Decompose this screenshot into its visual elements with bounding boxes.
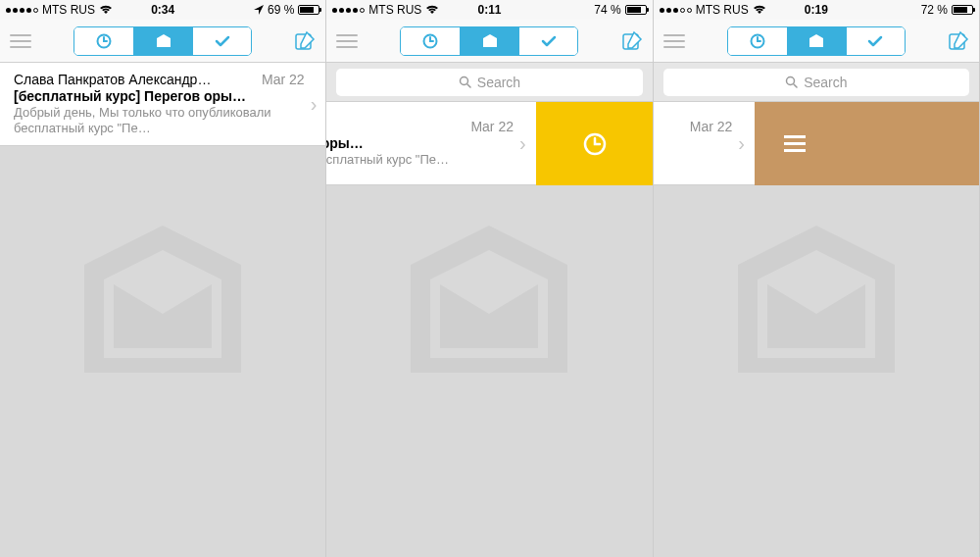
compose-button[interactable] bbox=[294, 30, 316, 52]
toolbar bbox=[0, 20, 325, 63]
search-bar[interactable]: Search bbox=[654, 63, 979, 102]
search-icon bbox=[785, 76, 798, 88]
search-placeholder: Search bbox=[804, 75, 847, 90]
message-row-container: ов Александр… Mar 22 курс] Перегов оры… … bbox=[326, 102, 653, 185]
seg-inbox[interactable] bbox=[787, 27, 846, 55]
svg-point-4 bbox=[460, 77, 467, 85]
svg-line-10 bbox=[794, 84, 797, 87]
screen-1: MTS RUS 0:34 69 % bbox=[0, 0, 326, 557]
svg-rect-11 bbox=[784, 135, 806, 138]
signal-dots bbox=[332, 8, 365, 13]
mailbox-icon bbox=[155, 34, 172, 48]
message-subject: ры… bbox=[654, 135, 733, 151]
screen-3: MTS RUS 0:19 72 % bbox=[654, 0, 980, 557]
carrier-label: MTS RUS bbox=[368, 3, 421, 17]
message-row-container: Mar 22 ры… "Пе… › bbox=[654, 102, 980, 185]
message-sender: ов Александр… bbox=[326, 119, 463, 134]
status-bar: MTS RUS 0:19 72 % bbox=[654, 0, 979, 20]
clock-icon bbox=[96, 33, 112, 49]
mailbox-icon bbox=[808, 34, 825, 48]
wifi-icon bbox=[753, 5, 766, 15]
seg-later[interactable] bbox=[401, 27, 460, 55]
seg-archive[interactable] bbox=[846, 27, 905, 55]
search-bar[interactable]: Search bbox=[326, 63, 652, 102]
clock-icon bbox=[750, 33, 765, 49]
search-placeholder: Search bbox=[477, 75, 520, 90]
check-icon bbox=[215, 35, 230, 47]
chevron-right-icon: › bbox=[519, 132, 536, 155]
message-sender: Слава Панкратов Александр… bbox=[14, 72, 254, 87]
message-subject: курс] Перегов оры… bbox=[326, 135, 514, 151]
toolbar bbox=[654, 20, 979, 63]
battery-pct: 69 % bbox=[268, 3, 294, 17]
swipe-action-list[interactable] bbox=[755, 102, 980, 185]
clock: 0:11 bbox=[477, 3, 501, 17]
folder-segmented-control[interactable] bbox=[400, 26, 578, 56]
svg-rect-12 bbox=[784, 142, 806, 145]
battery-pct: 72 % bbox=[921, 3, 948, 17]
menu-button[interactable] bbox=[336, 34, 358, 48]
compose-button[interactable] bbox=[621, 30, 643, 52]
list-icon bbox=[784, 135, 806, 153]
swipe-action-snooze[interactable] bbox=[536, 102, 654, 185]
mailbox-icon bbox=[481, 34, 499, 48]
folder-segmented-control[interactable] bbox=[727, 26, 906, 56]
signal-dots bbox=[6, 8, 38, 13]
location-icon bbox=[254, 5, 264, 15]
message-row[interactable]: Mar 22 ры… "Пе… › bbox=[654, 102, 755, 185]
mailbox-watermark bbox=[55, 226, 270, 402]
seg-inbox[interactable] bbox=[133, 27, 192, 55]
search-icon bbox=[459, 76, 471, 88]
message-date: Mar 22 bbox=[682, 119, 733, 134]
battery-icon bbox=[298, 5, 319, 15]
seg-archive[interactable] bbox=[192, 27, 251, 55]
status-bar: MTS RUS 0:11 74 % bbox=[326, 0, 652, 20]
clock-icon bbox=[422, 33, 438, 49]
carrier-label: MTS RUS bbox=[42, 3, 95, 17]
clock-icon bbox=[582, 131, 608, 157]
clock: 0:19 bbox=[805, 3, 828, 17]
screen-2: MTS RUS 0:11 74 % bbox=[326, 0, 653, 557]
seg-later[interactable] bbox=[728, 27, 787, 55]
battery-pct: 74 % bbox=[594, 3, 620, 17]
message-date: Mar 22 bbox=[463, 119, 514, 134]
wifi-icon bbox=[99, 5, 113, 15]
carrier-label: MTS RUS bbox=[696, 3, 749, 17]
compose-button[interactable] bbox=[948, 30, 969, 52]
mailbox-watermark bbox=[709, 226, 924, 402]
battery-icon bbox=[952, 5, 973, 15]
wifi-icon bbox=[425, 5, 439, 15]
mailbox-watermark bbox=[381, 226, 597, 402]
message-sender bbox=[654, 119, 682, 134]
menu-button[interactable] bbox=[10, 34, 31, 48]
message-preview: Добрый день, Мы только что опубликовали … bbox=[14, 105, 305, 136]
seg-inbox[interactable] bbox=[460, 27, 518, 55]
message-row[interactable]: Слава Панкратов Александр… Mar 22 [беспл… bbox=[0, 63, 326, 146]
signal-dots bbox=[660, 8, 692, 13]
message-row[interactable]: ов Александр… Mar 22 курс] Перегов оры… … bbox=[326, 102, 535, 185]
message-subject: [бесплатный курс] Перегов оры… bbox=[14, 88, 305, 104]
check-icon bbox=[541, 35, 557, 47]
status-bar: MTS RUS 0:34 69 % bbox=[0, 0, 325, 20]
svg-line-5 bbox=[467, 84, 470, 87]
svg-rect-13 bbox=[784, 149, 806, 152]
toolbar bbox=[326, 20, 652, 63]
message-preview: Мы только что бесплатный курс "Пе… bbox=[326, 152, 514, 168]
message-row-container: Слава Панкратов Александр… Mar 22 [беспл… bbox=[0, 63, 326, 146]
folder-segmented-control[interactable] bbox=[74, 26, 252, 56]
message-preview: "Пе… bbox=[654, 152, 733, 168]
menu-button[interactable] bbox=[663, 34, 685, 48]
seg-archive[interactable] bbox=[518, 27, 577, 55]
svg-point-9 bbox=[787, 77, 795, 85]
chevron-right-icon: › bbox=[738, 132, 755, 155]
message-date: Mar 22 bbox=[254, 72, 305, 87]
battery-icon bbox=[625, 5, 647, 15]
clock: 0:34 bbox=[151, 3, 174, 17]
check-icon bbox=[867, 35, 883, 47]
chevron-right-icon: › bbox=[311, 93, 327, 116]
seg-later[interactable] bbox=[74, 27, 133, 55]
